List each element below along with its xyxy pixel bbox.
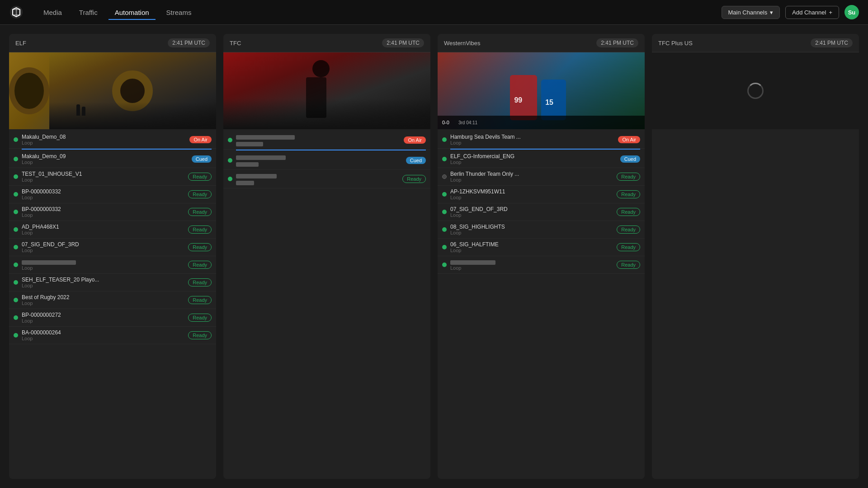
list-item[interactable]: Berlin Thunder Team Only ... Loop Ready [438, 168, 645, 186]
item-name: BP-0000000272 [22, 312, 184, 318]
list-item[interactable]: Loop Ready [438, 256, 645, 274]
item-name [236, 154, 402, 160]
item-name: BP-0000000332 [22, 206, 184, 212]
list-item[interactable]: BA-0000000264 Loop Ready [9, 327, 216, 344]
item-info: 06_SIG_HALFTIME Loop [450, 241, 613, 253]
channel-name-elf: ELF [15, 40, 26, 47]
item-name: BA-0000000264 [22, 329, 184, 336]
item-name: TEST_01_INHOUSE_V1 [22, 171, 184, 177]
list-item[interactable]: Loop Ready [9, 256, 216, 274]
list-item[interactable]: Cued [223, 151, 430, 170]
user-avatar[interactable]: Su [844, 5, 859, 19]
item-name: 06_SIG_HALFTIME [450, 241, 613, 248]
list-item[interactable]: Hamburg Sea Devils Team ... Loop On Air [438, 131, 645, 149]
list-item[interactable]: Makalu_Demo_09 Loop Cued [9, 150, 216, 168]
status-badge: Ready [188, 314, 212, 322]
list-item[interactable]: BP-0000000332 Loop Ready [9, 186, 216, 203]
channel-card-elf: ELF 2:41 PM UTC Makalu_Demo_08 Loop [9, 34, 216, 479]
status-badge: Ready [188, 243, 212, 251]
nav-items: Media Traffic Automation Streams [37, 5, 198, 20]
item-type: Loop [22, 336, 184, 341]
list-item[interactable]: 07_SIG_END_OF_3RD Loop Ready [9, 239, 216, 256]
channel-thumbnail-tfc [223, 52, 430, 129]
status-badge: Ready [188, 261, 212, 269]
item-info: BP-0000000332 Loop [22, 206, 184, 218]
status-badge: Cued [192, 155, 212, 163]
nav-automation[interactable]: Automation [108, 5, 156, 20]
nav-right: Main Channels ▾ Add Channel + Su [722, 5, 859, 19]
nav-media[interactable]: Media [37, 5, 68, 20]
item-type: Loop [450, 265, 613, 271]
item-info: BP-0000000332 Loop [22, 188, 184, 200]
status-dot [228, 138, 232, 142]
item-name: 07_SIG_END_OF_3RD [22, 241, 184, 248]
item-type: Loop [450, 140, 614, 145]
status-dot [14, 227, 18, 232]
item-type [236, 142, 400, 146]
list-item[interactable]: Makalu_Demo_08 Loop On Air [9, 131, 216, 149]
status-dot [442, 263, 447, 267]
item-type: Loop [450, 177, 613, 183]
channel-name-tfcplusus: TFC Plus US [658, 40, 693, 47]
status-dot [442, 227, 447, 232]
status-badge: Ready [617, 243, 640, 251]
list-item[interactable]: 06_SIG_HALFTIME Loop Ready [438, 239, 645, 256]
loading-spinner [747, 83, 764, 99]
item-name: Berlin Thunder Team Only ... [450, 171, 613, 177]
item-info: Berlin Thunder Team Only ... Loop [450, 171, 613, 183]
item-type: Loop [450, 160, 617, 165]
status-dot [442, 137, 447, 142]
item-type: Loop [22, 248, 184, 253]
playlist-elf: Makalu_Demo_08 Loop On Air Makalu_Demo_0… [9, 129, 216, 479]
item-type: Loop [22, 318, 184, 324]
list-item[interactable]: BP-0000000272 Loop Ready [9, 309, 216, 327]
status-dot [442, 157, 447, 161]
list-item[interactable]: Ready [223, 170, 430, 188]
status-badge: Ready [188, 278, 212, 286]
item-info [236, 173, 399, 185]
list-item[interactable]: AP-1ZHKSVM951W11 Loop Ready [438, 186, 645, 203]
item-info: SEH_ELF_TEASER_20 Playo... Loop [22, 277, 184, 288]
main-content: ELF 2:41 PM UTC Makalu_Demo_08 Loop [0, 25, 868, 488]
list-item[interactable]: ELF_CG-Infomercial_ENG Loop Cued [438, 150, 645, 168]
item-info: Best of Rugby 2022 Loop [22, 294, 184, 306]
channel-time-tfcplusus: 2:41 PM UTC [811, 38, 853, 47]
list-item[interactable]: TEST_01_INHOUSE_V1 Loop Ready [9, 168, 216, 186]
list-item[interactable]: On Air [223, 131, 430, 150]
status-dot [14, 210, 18, 214]
item-name: SEH_ELF_TEASER_20 Playo... [22, 277, 184, 283]
status-dot [14, 192, 18, 197]
list-item[interactable]: 08_SIG_HIGHLIGHTS Loop Ready [438, 221, 645, 239]
status-dot [14, 137, 18, 142]
add-channel-button[interactable]: Add Channel + [785, 6, 839, 19]
item-type: Loop [450, 195, 613, 200]
item-name [236, 134, 400, 140]
status-dot [14, 157, 18, 161]
item-type: Loop [22, 140, 186, 145]
list-item[interactable]: SEH_ELF_TEASER_20 Playo... Loop Ready [9, 274, 216, 291]
status-dot [442, 245, 447, 249]
item-info: Hamburg Sea Devils Team ... Loop [450, 134, 614, 145]
list-item[interactable]: BP-0000000332 Loop Ready [9, 203, 216, 221]
item-name: AP-1ZHKSVM951W11 [450, 188, 613, 195]
channel-time-westernvibes: 2:41 PM UTC [596, 38, 638, 47]
status-dot [14, 333, 18, 338]
channel-header-westernvibes: WesternVibes 2:41 PM UTC [438, 34, 645, 52]
channels-dropdown[interactable]: Main Channels ▾ [722, 6, 780, 19]
item-info: Makalu_Demo_09 Loop [22, 153, 188, 165]
status-badge: Ready [188, 173, 212, 181]
channel-time-elf: 2:41 PM UTC [168, 38, 210, 47]
list-item[interactable]: Best of Rugby 2022 Loop Ready [9, 291, 216, 309]
top-navigation: Media Traffic Automation Streams Main Ch… [0, 0, 868, 25]
channel-time-tfc: 2:41 PM UTC [382, 38, 424, 47]
now-playing-indicator [450, 149, 640, 150]
list-item[interactable]: AD_PHA468X1 Loop Ready [9, 221, 216, 239]
status-dot [14, 298, 18, 302]
nav-traffic[interactable]: Traffic [73, 5, 104, 20]
item-type: Loop [22, 177, 184, 183]
nav-streams[interactable]: Streams [160, 5, 198, 20]
item-name: Best of Rugby 2022 [22, 294, 184, 300]
status-dot [442, 174, 447, 179]
item-name: Makalu_Demo_08 [22, 134, 186, 140]
list-item[interactable]: 07_SIG_END_OF_3RD Loop Ready [438, 203, 645, 221]
